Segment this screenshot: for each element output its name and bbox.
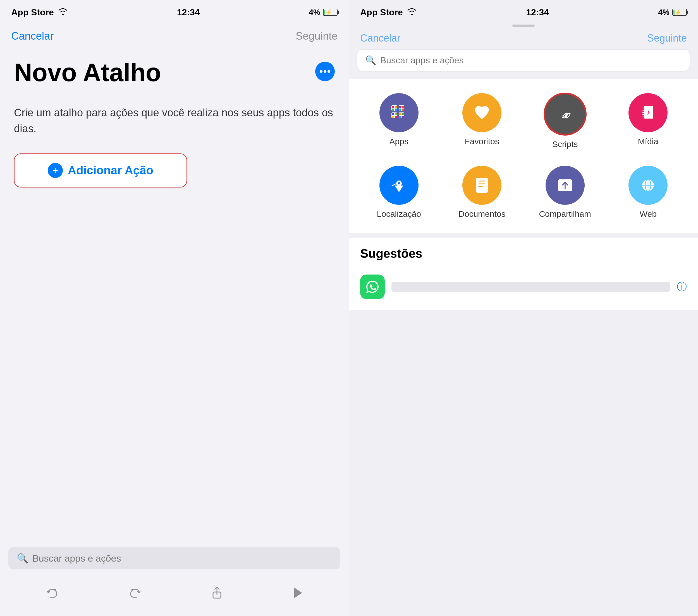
svg-marker-2 <box>294 587 302 598</box>
svg-rect-15 <box>392 113 394 115</box>
category-compartilham[interactable]: Compartilham <box>524 157 607 227</box>
categories-grid: Apps Favoritos 𝓍 Scripts <box>349 79 698 233</box>
right-wifi-icon <box>407 7 417 18</box>
category-favoritos[interactable]: Favoritos <box>441 85 524 157</box>
scripts-label: Scripts <box>552 140 578 149</box>
svg-text:♪: ♪ <box>647 108 650 116</box>
midia-label: Mídia <box>638 137 658 146</box>
left-panel: App Store 12:34 4% ⚡ Cancelar Seguinte N <box>0 0 349 616</box>
svg-rect-12 <box>402 106 404 108</box>
left-status-bar: App Store 12:34 4% ⚡ <box>0 0 349 25</box>
bottom-search-input[interactable] <box>32 553 332 564</box>
favoritos-label: Favoritos <box>465 137 499 146</box>
more-button[interactable] <box>315 62 335 81</box>
category-scripts[interactable]: 𝓍 Scripts <box>524 85 607 157</box>
share-button[interactable] <box>208 584 226 605</box>
svg-rect-18 <box>395 116 397 118</box>
cancel-button[interactable]: Cancelar <box>11 30 54 42</box>
svg-rect-11 <box>399 106 402 108</box>
left-content: Novo Atalho Crie um atalho para ações qu… <box>0 51 349 303</box>
right-search-input[interactable] <box>380 55 682 66</box>
apps-icon <box>379 93 419 132</box>
redo-button[interactable] <box>126 585 144 604</box>
category-midia[interactable]: ♪ Mídia <box>607 85 690 157</box>
dot3 <box>327 70 330 73</box>
undo-button[interactable] <box>43 585 62 604</box>
right-battery-icon: ⚡ <box>672 9 687 16</box>
right-search-icon: 🔍 <box>365 55 376 66</box>
search-icon: 🔍 <box>17 553 28 564</box>
documentos-label: Documentos <box>458 209 505 219</box>
right-top-nav: Cancelar Seguinte <box>349 30 698 50</box>
right-status-bar: App Store 12:34 4% ⚡ <box>349 0 698 25</box>
svg-point-26 <box>398 182 400 184</box>
suggestion-info-button[interactable]: ⓘ <box>677 280 687 294</box>
battery-bolt-icon: ⚡ <box>325 9 332 16</box>
plus-icon: + <box>48 163 63 178</box>
carrier-label: App Store <box>11 7 54 18</box>
page-subtitle: Crie um atalho para ações que você reali… <box>14 105 335 137</box>
svg-rect-21 <box>399 116 402 118</box>
play-button[interactable] <box>290 584 305 604</box>
svg-rect-9 <box>392 109 394 111</box>
battery-icon: ⚡ <box>323 9 337 16</box>
left-nav: Cancelar Seguinte <box>0 25 349 51</box>
bottom-search-bar[interactable]: 🔍 <box>9 547 340 569</box>
suggestion-text-placeholder <box>391 282 670 292</box>
status-left: App Store <box>11 7 68 18</box>
sugestoes-section: Sugestões ⓘ <box>349 238 698 310</box>
right-status-time: 12:34 <box>526 7 549 18</box>
suggestion-item[interactable]: ⓘ <box>360 269 687 305</box>
right-panel: App Store 12:34 4% ⚡ Cancelar Seguinte � <box>349 0 698 616</box>
whatsapp-icon <box>360 274 385 299</box>
svg-rect-13 <box>399 109 402 111</box>
svg-marker-27 <box>395 186 403 192</box>
svg-rect-16 <box>395 113 397 115</box>
page-title: Novo Atalho <box>14 59 161 86</box>
svg-rect-28 <box>476 178 488 193</box>
right-next-button[interactable]: Seguinte <box>647 32 687 44</box>
right-search-bar[interactable]: 🔍 <box>358 50 689 71</box>
web-label: Web <box>640 209 657 219</box>
svg-rect-19 <box>399 113 402 115</box>
right-battery-bolt-icon: ⚡ <box>674 9 682 16</box>
compartilham-label: Compartilham <box>539 209 591 219</box>
svg-rect-10 <box>395 109 397 111</box>
sugestoes-title: Sugestões <box>360 247 687 261</box>
svg-rect-22 <box>402 116 404 118</box>
scripts-icon: 𝓍 <box>544 93 586 135</box>
left-spacer <box>0 303 349 547</box>
drag-handle <box>512 25 535 27</box>
add-action-button[interactable]: + Adicionar Ação <box>14 154 187 187</box>
documentos-icon <box>462 166 501 205</box>
wifi-icon <box>58 7 68 18</box>
localizacao-icon <box>379 166 419 205</box>
next-button[interactable]: Seguinte <box>296 30 337 42</box>
category-documentos[interactable]: Documentos <box>441 157 524 227</box>
category-localizacao[interactable]: Localização <box>358 157 441 227</box>
right-cancel-button[interactable]: Cancelar <box>360 32 400 44</box>
midia-icon: ♪ <box>628 93 668 132</box>
svg-text:𝓍: 𝓍 <box>561 105 570 121</box>
right-status-left: App Store <box>360 7 417 18</box>
svg-rect-14 <box>402 109 404 111</box>
right-carrier-label: App Store <box>360 7 403 18</box>
status-right: 4% ⚡ <box>309 8 337 17</box>
add-action-label: Adicionar Ação <box>68 164 154 177</box>
dot1 <box>320 70 322 73</box>
svg-rect-20 <box>402 113 404 115</box>
svg-rect-7 <box>392 106 394 108</box>
category-web[interactable]: Web <box>607 157 690 227</box>
favoritos-icon <box>462 93 501 132</box>
svg-rect-8 <box>395 106 397 108</box>
localizacao-label: Localização <box>377 209 421 219</box>
apps-label: Apps <box>390 137 408 146</box>
battery-pct: 4% <box>309 8 320 17</box>
svg-rect-17 <box>392 116 394 118</box>
right-battery-pct: 4% <box>658 8 670 17</box>
compartilham-icon <box>546 166 585 205</box>
status-time: 12:34 <box>177 7 200 18</box>
category-apps[interactable]: Apps <box>358 85 441 157</box>
right-status-right: 4% ⚡ <box>658 8 687 17</box>
bottom-toolbar <box>0 578 349 616</box>
